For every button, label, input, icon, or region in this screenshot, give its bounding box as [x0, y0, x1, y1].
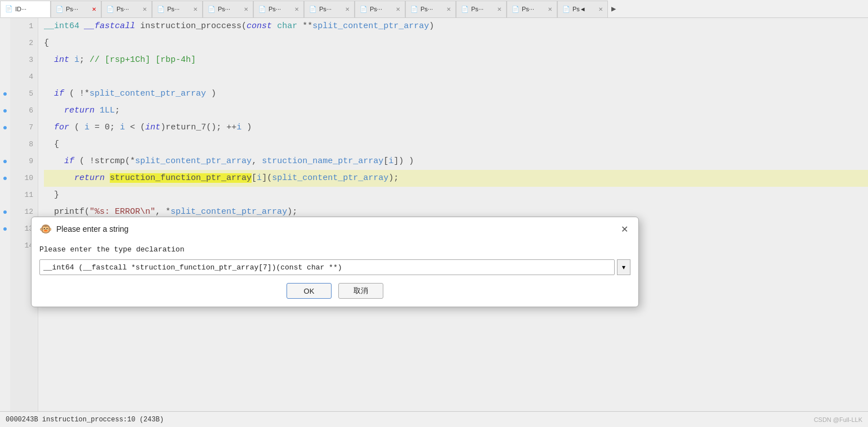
dialog-close-button[interactable]: ✕ [618, 223, 630, 235]
tab-ps5-icon: 📄 [258, 6, 266, 13]
tab-ps4-close[interactable]: ✕ [244, 6, 248, 12]
tab-ps9-icon: 📄 [461, 6, 469, 13]
tab-id[interactable]: 📄 ID··· [0, 1, 51, 17]
tab-ps1-close[interactable]: ✕ [92, 6, 96, 12]
watermark: CSDN @Full-LLK [814, 416, 862, 423]
tab-ps4-label: Ps··· [218, 6, 241, 12]
tab-ps1-icon: 📄 [56, 6, 64, 13]
dialog-input-row: ▾ [39, 259, 630, 275]
tab-ps5[interactable]: 📄 Ps··· ✕ [253, 1, 304, 17]
tab-ps10-label: Ps··· [522, 6, 545, 12]
tab-ps2-close[interactable]: ✕ [142, 6, 147, 12]
tab-ps8-label: Ps··· [420, 6, 444, 12]
tab-ps10-close[interactable]: ✕ [548, 6, 552, 12]
dialog-title: Please enter a string [56, 224, 618, 233]
dialog-prompt-label: Please enter the type declaration [39, 245, 184, 254]
tab-ps11[interactable]: 📄 Ps◄ ✕ [557, 1, 608, 17]
tab-ps3-close[interactable]: ✕ [193, 6, 198, 12]
dialog: 🐵 Please enter a string ✕ Please enter t… [31, 217, 639, 307]
tab-ps10[interactable]: 📄 Ps··· ✕ [507, 1, 557, 17]
tab-ps3-icon: 📄 [157, 6, 165, 13]
tab-ps7[interactable]: 📄 Ps··· ✕ [355, 1, 405, 17]
tab-bar: 📄 ID··· 📄 Ps··· ✕ 📄 Ps··· ✕ 📄 Ps··· ✕ 📄 … [0, 0, 868, 18]
tab-ps3[interactable]: 📄 Ps··· ✕ [152, 1, 203, 17]
tab-ps6[interactable]: 📄 Ps··· ✕ [304, 1, 355, 17]
tab-ps7-close[interactable]: ✕ [396, 6, 400, 12]
tab-ps4[interactable]: 📄 Ps··· ✕ [203, 1, 253, 17]
dialog-dropdown-button[interactable]: ▾ [617, 259, 630, 275]
dialog-body: Please enter the type declaration ▾ OK 取… [32, 240, 638, 307]
tab-ps11-icon: 📄 [562, 6, 570, 13]
tab-ps2[interactable]: 📄 Ps··· ✕ [101, 1, 152, 17]
tab-ps6-label: Ps··· [319, 6, 343, 12]
tab-ps10-icon: 📄 [512, 6, 520, 13]
tab-ps1-label: Ps··· [66, 6, 90, 12]
dialog-header: 🐵 Please enter a string ✕ [32, 217, 638, 240]
tab-ps8-icon: 📄 [410, 6, 418, 13]
tab-ps11-close[interactable]: ✕ [598, 6, 603, 12]
tab-id-icon: 📄 [5, 5, 13, 12]
tab-ps9[interactable]: 📄 Ps··· ✕ [456, 1, 507, 17]
tab-ps9-label: Ps··· [471, 6, 495, 12]
status-bar: 0000243B instruction_proccess:10 (243B) … [0, 411, 868, 427]
modal-overlay [0, 18, 868, 411]
dialog-cancel-button[interactable]: 取消 [338, 283, 383, 299]
dialog-input[interactable] [39, 259, 615, 275]
tab-ps2-icon: 📄 [106, 6, 114, 13]
status-left: 0000243B instruction_proccess:10 (243B) [6, 416, 164, 424]
dialog-ok-button[interactable]: OK [287, 283, 332, 299]
tab-ps5-label: Ps··· [269, 6, 292, 12]
dialog-prompt: Please enter the type declaration [39, 245, 630, 254]
tab-ps7-label: Ps··· [370, 6, 393, 12]
tab-ps1[interactable]: 📄 Ps··· ✕ [51, 1, 101, 17]
tab-ps7-icon: 📄 [360, 6, 368, 13]
tab-ps8-close[interactable]: ✕ [446, 6, 451, 12]
tab-ps6-icon: 📄 [309, 6, 317, 13]
tab-ps6-close[interactable]: ✕ [345, 6, 350, 12]
dialog-icon: 🐵 [39, 223, 52, 235]
tab-ps11-label: Ps◄ [572, 6, 596, 12]
tab-ps2-label: Ps··· [117, 6, 140, 12]
tab-ps9-close[interactable]: ✕ [497, 6, 502, 12]
dialog-buttons: OK 取消 [39, 283, 630, 299]
tab-ps4-icon: 📄 [208, 6, 216, 13]
tab-scroll-right-arrow[interactable]: ▶ [608, 4, 619, 14]
tab-ps8[interactable]: 📄 Ps··· ✕ [405, 1, 456, 17]
tab-ps5-close[interactable]: ✕ [294, 6, 299, 12]
tab-ps3-label: Ps··· [167, 6, 191, 12]
tab-id-label: ID··· [15, 6, 46, 12]
